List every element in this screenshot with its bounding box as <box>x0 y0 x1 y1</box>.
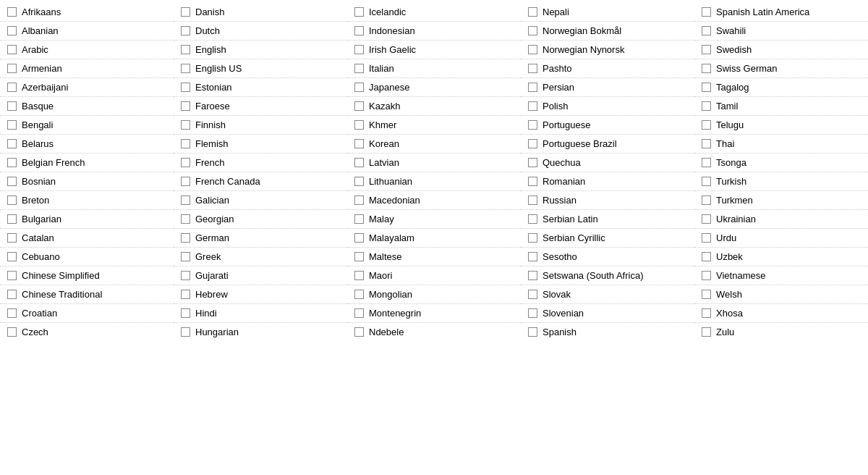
language-checkbox[interactable] <box>354 139 364 148</box>
list-item[interactable]: Lithuanian <box>347 172 521 191</box>
list-item[interactable]: Malay <box>347 210 521 229</box>
language-checkbox[interactable] <box>702 196 711 205</box>
list-item[interactable]: Xhosa <box>694 304 868 323</box>
language-checkbox[interactable] <box>354 7 364 17</box>
list-item[interactable]: Setswana (South Africa) <box>521 266 694 285</box>
list-item[interactable]: Thai <box>694 135 868 154</box>
list-item[interactable]: Hungarian <box>174 323 347 341</box>
list-item[interactable]: Finnish <box>174 116 347 135</box>
language-checkbox[interactable] <box>528 26 537 35</box>
list-item[interactable]: Italian <box>347 59 521 78</box>
language-checkbox[interactable] <box>7 158 17 167</box>
list-item[interactable]: Romanian <box>521 172 694 191</box>
language-checkbox[interactable] <box>702 64 711 73</box>
list-item[interactable]: Cebuano <box>0 248 174 266</box>
language-checkbox[interactable] <box>528 139 537 148</box>
language-checkbox[interactable] <box>528 7 537 17</box>
list-item[interactable]: Hindi <box>174 304 347 323</box>
language-checkbox[interactable] <box>181 26 190 35</box>
list-item[interactable]: Norwegian Bokmål <box>521 22 694 41</box>
language-checkbox[interactable] <box>7 26 17 35</box>
list-item[interactable]: Bulgarian <box>0 210 174 229</box>
language-checkbox[interactable] <box>181 327 190 337</box>
language-checkbox[interactable] <box>354 308 364 318</box>
language-checkbox[interactable] <box>181 177 190 186</box>
language-checkbox[interactable] <box>7 120 17 130</box>
language-checkbox[interactable] <box>354 233 364 243</box>
list-item[interactable]: Montenegrin <box>347 304 521 323</box>
language-checkbox[interactable] <box>528 233 537 243</box>
language-checkbox[interactable] <box>354 101 364 111</box>
list-item[interactable]: Serbian Cyrillic <box>521 229 694 248</box>
list-item[interactable]: Welsh <box>694 285 868 304</box>
language-checkbox[interactable] <box>528 101 537 111</box>
list-item[interactable]: Ukrainian <box>694 210 868 229</box>
language-checkbox[interactable] <box>7 7 17 17</box>
language-checkbox[interactable] <box>181 64 190 73</box>
language-checkbox[interactable] <box>702 177 711 186</box>
list-item[interactable]: Georgian <box>174 210 347 229</box>
list-item[interactable]: Albanian <box>0 22 174 41</box>
language-checkbox[interactable] <box>181 120 190 130</box>
language-checkbox[interactable] <box>181 252 190 261</box>
list-item[interactable]: Portuguese <box>521 116 694 135</box>
list-item[interactable]: Dutch <box>174 22 347 41</box>
list-item[interactable]: Slovenian <box>521 304 694 323</box>
language-checkbox[interactable] <box>354 327 364 337</box>
language-checkbox[interactable] <box>528 252 537 261</box>
language-checkbox[interactable] <box>702 290 711 299</box>
language-checkbox[interactable] <box>354 252 364 261</box>
language-checkbox[interactable] <box>354 177 364 186</box>
language-checkbox[interactable] <box>354 158 364 167</box>
list-item[interactable]: Spanish Latin America <box>694 3 868 22</box>
language-checkbox[interactable] <box>7 101 17 111</box>
language-checkbox[interactable] <box>181 196 190 205</box>
list-item[interactable]: Icelandic <box>347 3 521 22</box>
language-checkbox[interactable] <box>528 214 537 224</box>
list-item[interactable]: Catalan <box>0 229 174 248</box>
language-checkbox[interactable] <box>354 64 364 73</box>
list-item[interactable]: Turkmen <box>694 191 868 210</box>
list-item[interactable]: Maori <box>347 266 521 285</box>
language-checkbox[interactable] <box>702 308 711 318</box>
list-item[interactable]: Polish <box>521 97 694 116</box>
list-item[interactable]: Telugu <box>694 116 868 135</box>
language-checkbox[interactable] <box>354 290 364 299</box>
list-item[interactable]: Croatian <box>0 304 174 323</box>
list-item[interactable]: English US <box>174 59 347 78</box>
language-checkbox[interactable] <box>702 271 711 280</box>
language-checkbox[interactable] <box>7 177 17 186</box>
language-checkbox[interactable] <box>528 83 537 92</box>
language-checkbox[interactable] <box>354 26 364 35</box>
language-checkbox[interactable] <box>528 158 537 167</box>
list-item[interactable]: Kazakh <box>347 97 521 116</box>
language-checkbox[interactable] <box>181 233 190 243</box>
language-checkbox[interactable] <box>702 252 711 261</box>
list-item[interactable]: English <box>174 41 347 59</box>
language-checkbox[interactable] <box>7 83 17 92</box>
list-item[interactable]: Norwegian Nynorsk <box>521 41 694 59</box>
list-item[interactable]: Macedonian <box>347 191 521 210</box>
list-item[interactable]: Slovak <box>521 285 694 304</box>
list-item[interactable]: Uzbek <box>694 248 868 266</box>
list-item[interactable]: French <box>174 154 347 172</box>
list-item[interactable]: Belarus <box>0 135 174 154</box>
language-checkbox[interactable] <box>702 233 711 243</box>
language-checkbox[interactable] <box>7 271 17 280</box>
list-item[interactable]: Zulu <box>694 323 868 341</box>
list-item[interactable]: Armenian <box>0 59 174 78</box>
list-item[interactable]: Greek <box>174 248 347 266</box>
list-item[interactable]: Swahili <box>694 22 868 41</box>
list-item[interactable]: Danish <box>174 3 347 22</box>
language-checkbox[interactable] <box>181 45 190 54</box>
list-item[interactable]: Korean <box>347 135 521 154</box>
list-item[interactable]: Gujarati <box>174 266 347 285</box>
list-item[interactable]: Bengali <box>0 116 174 135</box>
list-item[interactable]: Spanish <box>521 323 694 341</box>
language-checkbox[interactable] <box>528 290 537 299</box>
list-item[interactable]: Arabic <box>0 41 174 59</box>
language-checkbox[interactable] <box>181 139 190 148</box>
list-item[interactable]: Vietnamese <box>694 266 868 285</box>
list-item[interactable]: Sesotho <box>521 248 694 266</box>
language-checkbox[interactable] <box>528 177 537 186</box>
